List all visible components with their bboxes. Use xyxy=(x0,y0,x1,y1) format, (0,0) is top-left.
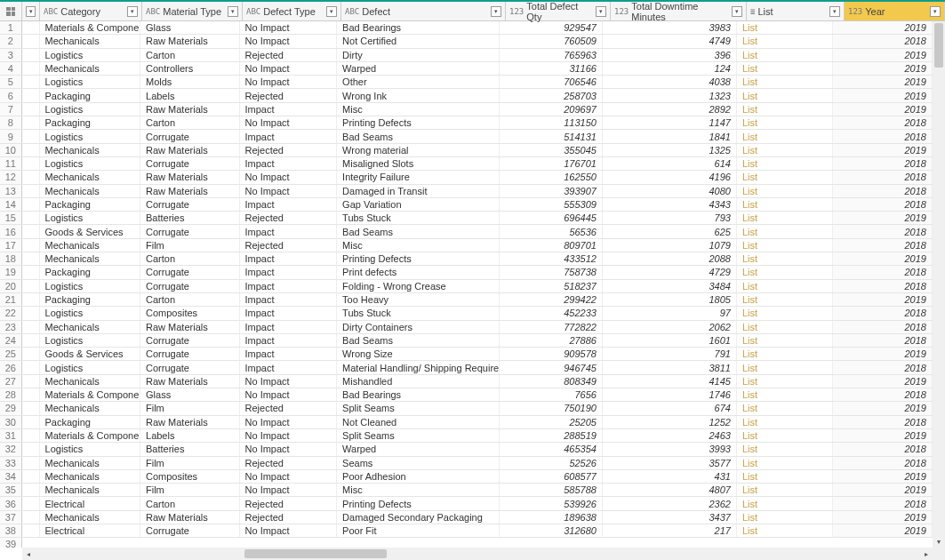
table-row[interactable]: 11LogisticsCorrugateImpactMisaligned Slo… xyxy=(0,157,933,171)
row-number[interactable]: 35 xyxy=(0,484,22,496)
cell-list[interactable]: List xyxy=(737,252,834,265)
table-row[interactable]: 6PackagingLabelsRejectedWrong Ink2587031… xyxy=(0,89,933,102)
cell-list[interactable]: List xyxy=(737,171,834,183)
table-row[interactable]: 5LogisticsMoldsNo ImpactOther7065464038L… xyxy=(0,76,933,89)
table-row[interactable]: 26LogisticsCorrugateImpactMaterial Handl… xyxy=(0,361,933,374)
horizontal-scroll-thumb[interactable] xyxy=(244,549,387,558)
scroll-right-arrow[interactable]: ▸ xyxy=(920,548,933,560)
column-header-list[interactable]: ≣List▾ xyxy=(747,2,845,20)
table-row[interactable]: 13MechanicalsRaw MaterialsNo ImpactDamag… xyxy=(0,185,933,198)
table-row[interactable]: 17MechanicalsFilmRejectedMisc8097011079L… xyxy=(0,239,933,252)
cell-list[interactable]: List xyxy=(737,443,834,455)
column-header-category[interactable]: ABCCategory▾ xyxy=(40,2,142,20)
row-number[interactable]: 39 xyxy=(0,538,22,548)
row-number[interactable]: 17 xyxy=(0,239,22,252)
row-number[interactable]: 21 xyxy=(0,293,22,306)
dropdown-icon[interactable]: ▾ xyxy=(829,6,840,17)
table-row[interactable]: 9LogisticsCorrugateImpactBad Seams514131… xyxy=(0,130,933,143)
row-number[interactable]: 20 xyxy=(0,280,22,292)
dropdown-icon[interactable]: ▾ xyxy=(491,6,501,17)
cell-list[interactable]: List xyxy=(737,185,834,197)
row-number[interactable]: 18 xyxy=(0,252,22,265)
cell-list[interactable]: List xyxy=(737,470,834,483)
table-row[interactable]: 24LogisticsCorrugateImpactBad Seams27886… xyxy=(0,334,933,348)
horizontal-scrollbar[interactable]: ◂ ▸ xyxy=(22,548,933,560)
cell-list[interactable]: List xyxy=(737,266,834,278)
table-row[interactable]: 21PackagingCartonImpactToo Heavy29942218… xyxy=(0,293,933,307)
vertical-scrollbar[interactable]: ▴ ▾ xyxy=(933,21,945,548)
row-number[interactable]: 5 xyxy=(0,76,22,88)
table-row[interactable]: 16Goods & ServicesCorrugateImpactBad Sea… xyxy=(0,225,933,238)
cell-list[interactable]: List xyxy=(737,429,834,442)
row-number[interactable]: 38 xyxy=(0,524,22,537)
table-row[interactable]: 31Materials & ComponentsLabelsNo ImpactS… xyxy=(0,429,933,443)
vertical-scroll-thumb[interactable] xyxy=(934,23,943,68)
cell-list[interactable]: List xyxy=(737,225,834,237)
table-row[interactable]: 25Goods & ServicesCorrugateImpactWrong S… xyxy=(0,348,933,361)
table-row[interactable]: 1Materials & ComponentsGlassNo ImpactBad… xyxy=(0,21,933,35)
cell-list[interactable]: List xyxy=(737,511,834,524)
cell-list[interactable]: List xyxy=(737,361,834,373)
dropdown-icon[interactable]: ▾ xyxy=(127,6,138,17)
table-row[interactable]: 14PackagingCorrugateImpactGap Variation5… xyxy=(0,198,933,212)
column-header-dtype[interactable]: ABCDefect Type▾ xyxy=(243,2,341,20)
dropdown-icon[interactable]: ▾ xyxy=(26,6,36,17)
row-number[interactable]: 27 xyxy=(0,375,22,388)
row-number[interactable]: 14 xyxy=(0,198,22,211)
row-number[interactable]: 8 xyxy=(0,116,22,129)
cell-list[interactable]: List xyxy=(737,130,834,142)
row-number[interactable]: 1 xyxy=(0,21,22,34)
dropdown-icon[interactable]: ▾ xyxy=(930,6,941,17)
table-row[interactable]: 34MechanicalsCompositesNo ImpactPoor Adh… xyxy=(0,470,933,484)
cell-list[interactable]: List xyxy=(737,334,834,347)
cell-list[interactable]: List xyxy=(737,103,834,116)
dropdown-icon[interactable]: ▾ xyxy=(228,6,238,17)
cell-list[interactable]: List xyxy=(737,307,834,319)
dropdown-icon[interactable]: ▾ xyxy=(326,6,337,17)
row-number[interactable]: 23 xyxy=(0,321,22,333)
select-all-corner[interactable] xyxy=(0,2,22,20)
cell-list[interactable]: List xyxy=(737,402,834,414)
row-number[interactable]: 30 xyxy=(0,416,22,428)
table-row[interactable]: 30PackagingRaw MaterialsNo ImpactNot Cle… xyxy=(0,416,933,429)
cell-list[interactable]: List xyxy=(737,89,834,101)
table-row[interactable]: 3LogisticsCartonRejectedDirty765963396Li… xyxy=(0,49,933,62)
row-number[interactable]: 15 xyxy=(0,212,22,224)
table-row[interactable]: 36ElectricalCartonRejectedPrinting Defec… xyxy=(0,497,933,510)
row-number[interactable]: 12 xyxy=(0,171,22,183)
table-row[interactable]: 32LogisticsBatteriesNo ImpactWarped46535… xyxy=(0,443,933,456)
cell-list[interactable]: List xyxy=(737,375,834,388)
cell-list[interactable]: List xyxy=(737,198,834,211)
cell-list[interactable]: List xyxy=(737,416,834,428)
row-number[interactable]: 31 xyxy=(0,429,22,442)
row-number[interactable]: 9 xyxy=(0,130,22,142)
row-number[interactable]: 16 xyxy=(0,225,22,237)
table-row[interactable]: 27MechanicalsRaw MaterialsNo ImpactMisha… xyxy=(0,375,933,388)
cell-list[interactable]: List xyxy=(737,21,834,34)
table-row[interactable]: 28Materials & ComponentsGlassNo ImpactBa… xyxy=(0,388,933,402)
row-number[interactable]: 10 xyxy=(0,144,22,156)
table-row[interactable]: 37MechanicalsRaw MaterialsRejectedDamage… xyxy=(0,511,933,524)
row-number[interactable]: 36 xyxy=(0,497,22,509)
row-filter-header[interactable]: ▾ xyxy=(22,2,40,20)
row-number[interactable]: 13 xyxy=(0,185,22,197)
cell-list[interactable]: List xyxy=(737,348,834,360)
cell-list[interactable]: List xyxy=(737,144,834,156)
row-number[interactable]: 32 xyxy=(0,443,22,455)
cell-list[interactable]: List xyxy=(737,497,834,509)
table-row[interactable]: 12MechanicalsRaw MaterialsNo ImpactInteg… xyxy=(0,171,933,184)
row-number[interactable]: 6 xyxy=(0,89,22,101)
table-row[interactable]: 19PackagingCorrugateImpactPrint defects7… xyxy=(0,266,933,279)
table-row[interactable]: 8PackagingCartonNo ImpactPrinting Defect… xyxy=(0,116,933,130)
table-row[interactable]: 35MechanicalsFilmNo ImpactMisc5857884807… xyxy=(0,484,933,497)
table-row[interactable]: 23MechanicalsRaw MaterialsImpactDirty Co… xyxy=(0,321,933,334)
cell-list[interactable]: List xyxy=(737,457,834,469)
dropdown-icon[interactable]: ▾ xyxy=(732,6,742,17)
table-row[interactable]: 29MechanicalsFilmRejectedSplit Seams7501… xyxy=(0,402,933,415)
column-header-qty[interactable]: 123Total Defect Qty▾ xyxy=(506,2,611,20)
row-number[interactable]: 33 xyxy=(0,457,22,469)
cell-list[interactable]: List xyxy=(737,293,834,306)
row-number[interactable]: 26 xyxy=(0,361,22,373)
cell-list[interactable]: List xyxy=(737,116,834,129)
dropdown-icon[interactable]: ▾ xyxy=(596,6,606,17)
